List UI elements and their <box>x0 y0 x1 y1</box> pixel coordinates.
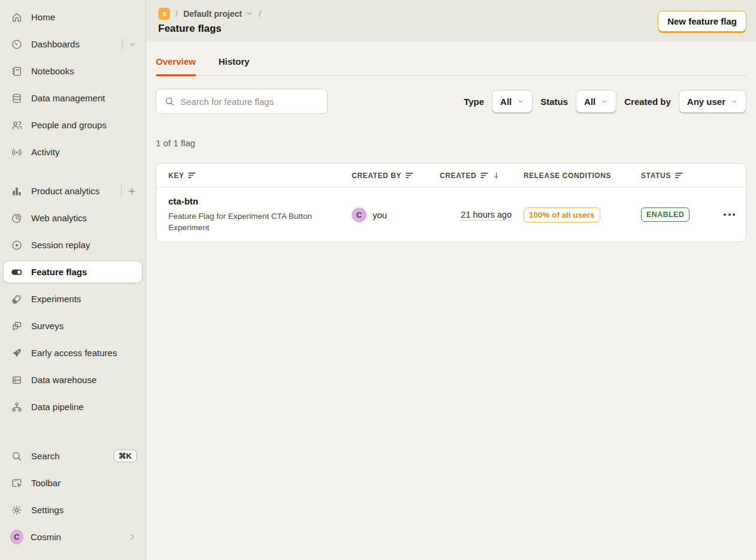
feature-flags-icon <box>10 266 23 279</box>
flag-description: Feature Flag for Experiment CTA Button E… <box>168 211 335 234</box>
sidebar-item-label: Data pipeline <box>31 402 84 412</box>
column-header-created-by[interactable]: CREATED BY <box>352 171 440 180</box>
sidebar-item-experiments[interactable]: Experiments <box>3 288 143 310</box>
chevron-down-icon <box>246 10 253 17</box>
sidebar-item-notebooks[interactable]: Notebooks <box>3 60 143 82</box>
tab-history[interactable]: History <box>219 56 250 75</box>
actions-cell <box>713 209 737 221</box>
sidebar-item-web-analytics[interactable]: Web analytics <box>3 207 143 229</box>
sidebar-item-data-warehouse[interactable]: Data warehouse <box>3 369 143 391</box>
avatar: C <box>352 207 367 222</box>
sidebar-item-data-pipeline[interactable]: Data pipeline <box>3 396 143 418</box>
people-icon <box>10 119 23 132</box>
type-filter-dropdown[interactable]: All <box>492 90 533 113</box>
sidebar-footer: Search ⌘K Toolbar Settings C Cosmin <box>3 445 143 553</box>
sidebar-item-people-and-groups[interactable]: People and groups <box>3 114 143 136</box>
status-badge: ENABLED <box>641 207 690 222</box>
sidebar-item-label: People and groups <box>31 120 107 130</box>
page-header: s / Default project / Feature flags New … <box>146 0 756 42</box>
created-by-name: you <box>373 210 387 220</box>
sidebar-item-product-analytics[interactable]: Product analytics <box>3 180 143 202</box>
created-by-filter-dropdown[interactable]: Any user <box>679 90 746 113</box>
sidebar-item-early-access-features[interactable]: Early access features <box>3 342 143 364</box>
sidebar-item-label: Notebooks <box>31 66 74 76</box>
sidebar-item-label: Data warehouse <box>31 375 96 385</box>
flag-key-cell: cta-btn Feature Flag for Experiment CTA … <box>168 188 352 234</box>
sidebar-item-settings[interactable]: Settings <box>3 499 143 521</box>
chevron-down-icon[interactable] <box>128 40 137 49</box>
sidebar-item-label: Data management <box>31 93 105 103</box>
web-analytics-icon <box>10 212 23 225</box>
project-switcher[interactable]: Default project <box>183 9 253 19</box>
home-icon <box>10 11 23 24</box>
sidebar-item-feature-flags[interactable]: Feature flags <box>3 261 143 283</box>
sidebar-item-search[interactable]: Search ⌘K <box>3 445 143 467</box>
avatar: C <box>10 531 23 544</box>
project-name: Default project <box>183 9 242 19</box>
sidebar-item-surveys[interactable]: Surveys <box>3 315 143 337</box>
search-input[interactable] <box>180 97 319 107</box>
sidebar-item-activity[interactable]: Activity <box>3 141 143 163</box>
created-cell: 21 hours ago <box>440 210 524 219</box>
toolbar-icon <box>10 477 23 490</box>
release-conditions-cell: 100% of all users <box>524 207 641 222</box>
breadcrumb: s / Default project / <box>158 8 261 20</box>
created-by-cell: C you <box>352 207 440 222</box>
release-conditions-badge: 100% of all users <box>524 207 600 222</box>
search-icon <box>10 450 23 463</box>
data-management-icon <box>10 92 23 105</box>
table-header-row: KEY CREATED BY CREATED RELEASE CONDITION… <box>156 164 746 188</box>
search-icon <box>164 96 175 107</box>
session-replay-icon <box>10 239 23 252</box>
divider <box>121 185 122 197</box>
sort-icon <box>406 172 413 179</box>
sidebar-item-user[interactable]: C Cosmin <box>3 526 143 548</box>
table-row[interactable]: cta-btn Feature Flag for Experiment CTA … <box>156 188 746 242</box>
sidebar-item-label: Activity <box>31 147 60 157</box>
sidebar-item-dashboards[interactable]: Dashboards <box>3 33 143 55</box>
column-header-created[interactable]: CREATED <box>440 171 524 180</box>
tab-overview[interactable]: Overview <box>156 56 196 75</box>
column-header-status[interactable]: STATUS <box>641 171 713 180</box>
sidebar-item-home[interactable]: Home <box>3 6 143 28</box>
sidebar-item-toolbar[interactable]: Toolbar <box>3 472 143 494</box>
filter-row: Type All Status All Created by <box>156 89 746 114</box>
filters: Type All Status All Created by <box>464 90 746 113</box>
sidebar: Home Dashboards Notebooks Data managemen… <box>0 0 146 560</box>
product-analytics-icon <box>10 185 23 198</box>
divider <box>122 38 123 50</box>
created-time: 21 hours ago <box>461 210 512 221</box>
sidebar-section-gap <box>3 168 143 180</box>
column-header-key[interactable]: KEY <box>168 171 352 180</box>
more-options-button[interactable] <box>721 209 737 221</box>
status-filter-dropdown[interactable]: All <box>576 90 616 113</box>
sort-icon <box>480 172 488 179</box>
org-badge[interactable]: s <box>158 8 170 20</box>
sort-desc-arrow-icon <box>492 171 500 179</box>
chevron-down-icon <box>601 98 608 105</box>
sidebar-item-label: Dashboards <box>31 39 80 49</box>
dashboards-icon <box>10 38 23 51</box>
sidebar-item-label: Settings <box>31 505 63 515</box>
data-warehouse-icon <box>10 374 23 387</box>
sidebar-item-label: Early access features <box>31 348 117 358</box>
sidebar-item-label: Session replay <box>31 240 90 250</box>
sidebar-item-label: Web analytics <box>31 213 87 223</box>
chevron-down-icon <box>731 98 738 105</box>
sidebar-item-data-management[interactable]: Data management <box>3 87 143 109</box>
created-by-filter-value: Any user <box>687 97 725 107</box>
flag-key[interactable]: cta-btn <box>168 196 352 206</box>
plus-icon[interactable] <box>127 186 137 196</box>
filter-label-created-by: Created by <box>624 97 671 107</box>
activity-icon <box>10 146 23 159</box>
search-box[interactable] <box>156 89 328 114</box>
notebooks-icon <box>10 65 23 78</box>
new-feature-flag-button[interactable]: New feature flag <box>658 11 746 32</box>
filter-label-status: Status <box>540 97 568 107</box>
chevron-right-icon <box>128 532 137 541</box>
filter-label-type: Type <box>464 97 484 107</box>
feature-flags-table: KEY CREATED BY CREATED RELEASE CONDITION… <box>156 163 746 242</box>
sidebar-item-label: Search <box>31 451 60 461</box>
breadcrumb-separator: / <box>259 9 261 19</box>
sidebar-item-session-replay[interactable]: Session replay <box>3 234 143 256</box>
